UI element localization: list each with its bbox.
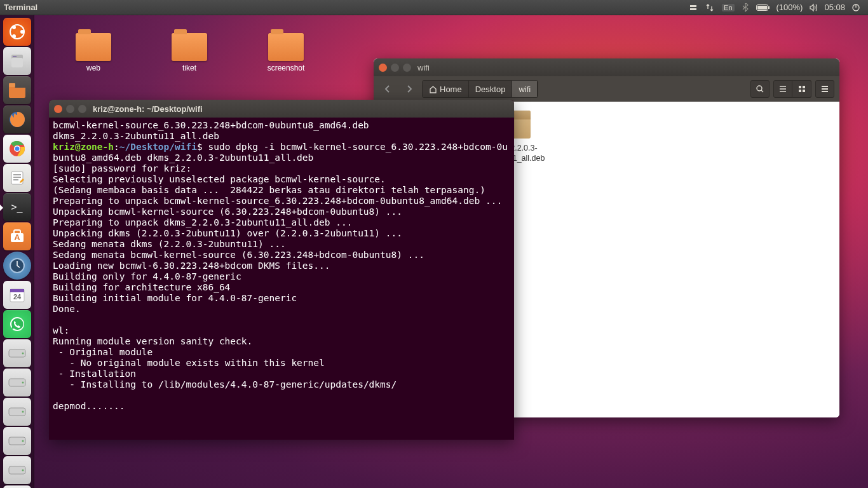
path-label: Home: [440, 85, 462, 94]
folder-icon: [268, 33, 304, 61]
calendar-icon: 24: [3, 281, 31, 309]
svg-rect-40: [803, 90, 805, 92]
svg-point-29: [22, 411, 24, 413]
svg-rect-39: [799, 90, 801, 92]
desktop-icon-label: screenshot: [261, 64, 311, 72]
svg-point-6: [12, 25, 16, 29]
menu-bar: Terminal En (100%) 05:08: [0, 0, 868, 15]
file-manager-titlebar[interactable]: wifi: [374, 58, 839, 76]
battery-text: (100%): [776, 3, 803, 12]
messaging-indicator-icon[interactable]: [689, 3, 698, 12]
desktop-folder-screenshot[interactable]: screenshot: [261, 33, 311, 72]
svg-rect-21: [10, 289, 24, 292]
terminal-body[interactable]: bcmwl-kernel-source_6.30.223.248+bdcom-0…: [49, 118, 514, 414]
path-segment[interactable]: Home: [423, 81, 469, 97]
prompt-sep: :: [114, 142, 119, 152]
session-indicator-icon[interactable]: [851, 3, 860, 12]
launcher-calendar[interactable]: 24: [3, 281, 32, 309]
battery-indicator-icon[interactable]: [756, 4, 770, 11]
terminal-window[interactable]: kriz@zone-h: ~/Desktop/wifi bcmwl-kernel…: [49, 100, 514, 440]
grid-view-button[interactable]: [792, 80, 811, 98]
folder-icon: [3, 76, 31, 104]
svg-text:A: A: [14, 233, 20, 242]
svg-point-33: [22, 470, 24, 471]
file-manager-toolbar: HomeDesktopwifi: [374, 76, 839, 102]
maximize-icon[interactable]: [78, 105, 86, 113]
launcher-chrome[interactable]: [3, 135, 32, 163]
launcher-drive3[interactable]: [3, 398, 32, 426]
svg-rect-11: [9, 83, 15, 87]
terminal-output: bcmwl-kernel-source_6.30.223.248+bdcom-0…: [53, 120, 369, 141]
desktop-folder-tiket[interactable]: tiket: [164, 33, 215, 72]
prompt-suffix: $: [197, 142, 208, 152]
drive1-icon: [3, 339, 31, 367]
svg-point-36: [757, 86, 762, 91]
launcher-dash[interactable]: [3, 18, 32, 46]
clock-icon: [3, 252, 31, 280]
search-button[interactable]: [750, 80, 770, 98]
desktop-icon-label: tiket: [164, 64, 215, 72]
desktop-folder-web[interactable]: web: [68, 33, 119, 72]
desktop-icon-label: web: [68, 64, 119, 72]
prompt-path: ~/Desktop/wifi: [119, 142, 197, 152]
network-indicator-icon[interactable]: [705, 3, 714, 12]
menu-button[interactable]: [815, 80, 834, 98]
bluetooth-indicator-icon[interactable]: [742, 3, 749, 12]
path-bar: HomeDesktopwifi: [422, 80, 538, 98]
launcher-drive5[interactable]: [3, 456, 32, 484]
svg-point-15: [15, 147, 19, 151]
files-icon: [3, 47, 31, 75]
folder-icon: [76, 33, 111, 61]
svg-rect-37: [799, 86, 801, 88]
svg-point-25: [22, 353, 24, 355]
folder-icon: [172, 33, 207, 61]
active-app-title: Terminal: [4, 3, 37, 12]
launcher-drive2[interactable]: [3, 369, 32, 396]
path-segment[interactable]: Desktop: [469, 81, 513, 97]
terminal-output: [sudo] password for kriz: Selecting prev…: [53, 163, 502, 411]
chrome-icon: [3, 135, 31, 163]
svg-rect-2: [757, 6, 767, 10]
drive3-icon: [3, 398, 31, 426]
svg-point-7: [12, 34, 16, 38]
launcher-files[interactable]: [3, 47, 32, 75]
launcher-drive1[interactable]: [3, 339, 32, 367]
launcher-firefox[interactable]: [3, 105, 32, 133]
software-icon: A: [3, 222, 31, 250]
dash-icon: [3, 18, 31, 46]
launcher-folder[interactable]: [3, 76, 32, 104]
path-segment[interactable]: wifi: [512, 81, 538, 97]
back-button[interactable]: [379, 80, 397, 98]
svg-point-5: [20, 30, 24, 34]
launcher-gedit[interactable]: [3, 164, 32, 192]
terminal-titlebar[interactable]: kriz@zone-h: ~/Desktop/wifi: [49, 100, 514, 118]
launcher-clock[interactable]: [3, 252, 32, 280]
close-icon[interactable]: [379, 64, 387, 72]
firefox-icon: [3, 105, 31, 133]
prompt-user: kriz@zone-h: [53, 142, 114, 152]
launcher-usb[interactable]: [3, 485, 32, 488]
forward-button[interactable]: [400, 80, 418, 98]
terminal-icon: >_: [3, 193, 31, 221]
svg-rect-38: [803, 86, 805, 88]
launcher-whatsapp[interactable]: [3, 310, 32, 338]
minimize-icon[interactable]: [391, 64, 399, 72]
path-label: Desktop: [475, 85, 506, 94]
keyboard-indicator[interactable]: En: [722, 4, 734, 11]
svg-text:24: 24: [13, 293, 21, 301]
svg-rect-1: [768, 6, 770, 9]
sound-indicator-icon[interactable]: [809, 3, 818, 12]
terminal-title: kriz@zone-h: ~/Desktop/wifi: [93, 104, 203, 114]
clock-text: 05:08: [824, 3, 845, 12]
launcher-software[interactable]: A: [3, 222, 32, 250]
usb-icon: [3, 485, 31, 488]
list-view-button[interactable]: [773, 80, 792, 98]
svg-point-27: [22, 382, 24, 384]
launcher-drive4[interactable]: [3, 427, 32, 455]
minimize-icon[interactable]: [66, 105, 74, 113]
maximize-icon[interactable]: [403, 64, 411, 72]
file-manager-title: wifi: [417, 63, 430, 72]
gedit-icon: [3, 164, 31, 192]
launcher-terminal[interactable]: >_: [3, 193, 32, 221]
close-icon[interactable]: [54, 105, 62, 113]
